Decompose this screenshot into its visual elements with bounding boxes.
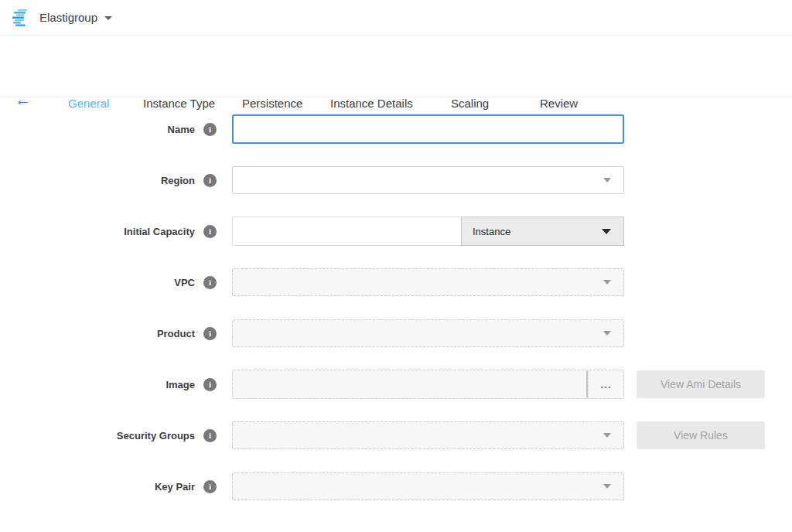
chevron-down-icon bbox=[603, 331, 611, 336]
chevron-down-icon bbox=[603, 280, 611, 285]
name-label: Name bbox=[168, 124, 195, 135]
initial-capacity-label: Initial Capacity bbox=[124, 226, 195, 237]
field-row-image: Image i ... View Ami Details bbox=[0, 370, 792, 399]
wizard-tab-bar: ← General Instance Type Persistence Inst… bbox=[0, 36, 792, 97]
view-ami-details-button[interactable]: View Ami Details bbox=[637, 370, 765, 398]
image-picker: ... bbox=[232, 370, 624, 399]
chevron-down-icon[interactable] bbox=[104, 16, 112, 20]
chevron-down-icon bbox=[603, 178, 611, 182]
product-select bbox=[232, 319, 624, 347]
info-icon[interactable]: i bbox=[203, 480, 217, 493]
key-pair-label: Key Pair bbox=[155, 481, 195, 493]
general-settings-form: Name i Region i Initial Capacity i Insta… bbox=[0, 97, 792, 501]
tab-persistence[interactable]: Persistence bbox=[242, 97, 302, 110]
field-row-name: Name i bbox=[0, 114, 792, 144]
info-icon[interactable]: i bbox=[203, 378, 217, 391]
field-row-vpc: VPC i bbox=[0, 268, 792, 297]
tab-general[interactable]: General bbox=[68, 97, 109, 110]
field-row-key-pair: Key Pair i bbox=[0, 472, 792, 501]
image-label: Image bbox=[166, 379, 195, 390]
tab-instance-type[interactable]: Instance Type bbox=[143, 97, 215, 110]
info-icon[interactable]: i bbox=[203, 276, 217, 289]
tab-scaling[interactable]: Scaling bbox=[451, 97, 489, 110]
chevron-down-icon bbox=[603, 484, 611, 489]
elastigroup-logo-icon bbox=[11, 8, 31, 28]
key-pair-select bbox=[232, 472, 624, 500]
info-icon[interactable]: i bbox=[203, 429, 217, 442]
app-bar: Elastigroup bbox=[0, 0, 792, 36]
capacity-unit-select[interactable]: Instance bbox=[461, 217, 624, 246]
field-row-initial-capacity: Initial Capacity i Instance bbox=[0, 217, 792, 246]
back-arrow-icon[interactable]: ← bbox=[15, 91, 32, 108]
chevron-down-icon bbox=[602, 229, 611, 234]
initial-capacity-input[interactable] bbox=[232, 217, 461, 246]
view-rules-button[interactable]: View Rules bbox=[637, 421, 765, 449]
info-icon[interactable]: i bbox=[203, 123, 217, 136]
security-groups-select bbox=[232, 421, 624, 449]
image-value bbox=[233, 370, 586, 398]
product-label: Product bbox=[157, 328, 195, 339]
image-browse-button[interactable]: ... bbox=[588, 370, 623, 398]
capacity-unit-value: Instance bbox=[473, 226, 602, 237]
vpc-select bbox=[232, 268, 624, 296]
tab-review[interactable]: Review bbox=[540, 97, 578, 110]
region-select[interactable] bbox=[232, 166, 624, 194]
security-groups-label: Security Groups bbox=[117, 430, 195, 442]
info-icon[interactable]: i bbox=[203, 225, 217, 238]
name-input[interactable] bbox=[232, 114, 624, 144]
field-row-product: Product i bbox=[0, 319, 792, 348]
field-row-security-groups: Security Groups i View Rules bbox=[0, 421, 792, 450]
chevron-down-icon bbox=[603, 433, 611, 438]
region-label: Region bbox=[161, 175, 195, 186]
info-icon[interactable]: i bbox=[203, 327, 217, 340]
tab-instance-details[interactable]: Instance Details bbox=[330, 97, 413, 110]
field-row-region: Region i bbox=[0, 165, 792, 195]
info-icon[interactable]: i bbox=[203, 174, 217, 187]
app-title: Elastigroup bbox=[39, 11, 97, 24]
vpc-label: VPC bbox=[174, 277, 195, 288]
